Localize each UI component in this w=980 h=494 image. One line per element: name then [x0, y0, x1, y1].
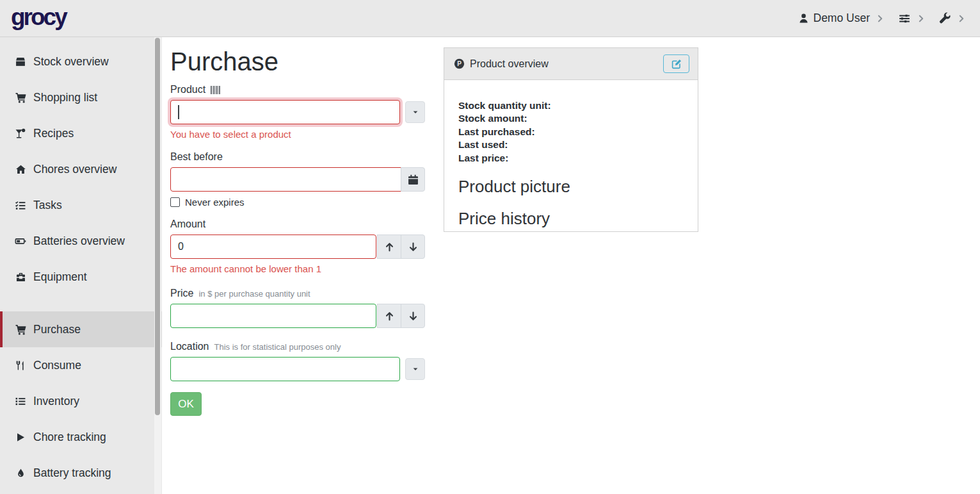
- price-label: Price: [170, 288, 193, 299]
- product-picture-heading: Product picture: [458, 177, 688, 197]
- sidebar-item-label: Consume: [33, 359, 81, 372]
- sidebar-item-label: Shopping list: [33, 91, 97, 104]
- sidebar-item-equipment[interactable]: Equipment: [0, 259, 162, 295]
- sidebar-item-label: Recipes: [33, 127, 74, 140]
- amount-decrement-button[interactable]: [401, 235, 425, 259]
- chevron-right-icon: [876, 14, 885, 23]
- list-icon: [14, 396, 27, 407]
- sidebar-item-battery-tracking[interactable]: Battery tracking: [0, 455, 162, 491]
- cart-icon: [14, 92, 27, 103]
- location-label: Location: [170, 341, 209, 352]
- stock-amount-label: Stock amount:: [458, 112, 688, 125]
- sidebar-item-label: Stock overview: [33, 55, 109, 69]
- best-before-label: Best before: [170, 151, 223, 163]
- stock-quantity-unit-label: Stock quantity unit:: [458, 99, 688, 112]
- caret-down-icon: [412, 108, 419, 116]
- sidebar-item-label: Tasks: [33, 199, 62, 212]
- edit-product-button[interactable]: [663, 54, 689, 73]
- arrow-down-icon: [408, 242, 419, 252]
- calendar-button[interactable]: [401, 167, 425, 192]
- wrench-icon: [939, 12, 951, 24]
- sidebar-item-label: Inventory: [33, 395, 79, 408]
- calendar-icon: [408, 174, 419, 185]
- product-dropdown-button[interactable]: [405, 101, 425, 123]
- price-input[interactable]: [170, 304, 376, 328]
- ok-button[interactable]: OK: [170, 392, 202, 416]
- product-input[interactable]: [170, 100, 400, 124]
- never-expires-checkbox[interactable]: [170, 197, 180, 207]
- top-bar: grocy Demo User: [0, 0, 980, 37]
- cart-icon: [14, 324, 27, 335]
- location-dropdown-button[interactable]: [405, 358, 425, 380]
- sidebar-item-purchase[interactable]: Purchase: [0, 311, 162, 347]
- product-error: You have to select a product: [170, 129, 425, 140]
- arrow-down-icon: [408, 311, 419, 322]
- amount-input[interactable]: [170, 235, 376, 259]
- chevron-right-icon: [917, 14, 926, 23]
- top-bar-menu: Demo User: [798, 12, 967, 25]
- sidebar-item-batteries-overview[interactable]: Batteries overview: [0, 223, 162, 259]
- arrow-up-icon: [384, 242, 395, 252]
- best-before-input[interactable]: [170, 167, 401, 192]
- tasks-icon: [14, 200, 27, 211]
- barcode-icon: [211, 86, 221, 94]
- sidebar-item-label: Batteries overview: [33, 235, 125, 248]
- user-name: Demo User: [814, 12, 871, 25]
- purchase-form: Product You have: [170, 84, 425, 416]
- droplet-icon: [14, 468, 27, 479]
- price-hint: in $ per purchase quantity unit: [198, 289, 310, 299]
- manage-menu[interactable]: [898, 13, 911, 24]
- amount-label: Amount: [170, 218, 205, 230]
- main-content: Purchase Product: [162, 37, 980, 494]
- cocktail-icon: [14, 128, 27, 139]
- amount-error: The amount cannot be lower than 1: [170, 263, 425, 274]
- card-title: Product overview: [470, 58, 549, 70]
- battery-icon: [14, 236, 27, 247]
- box-icon: [14, 56, 27, 67]
- admin-menu[interactable]: [939, 12, 951, 24]
- amount-increment-button[interactable]: [377, 235, 401, 259]
- product-circle-icon: P: [454, 58, 465, 69]
- sidebar-item-recipes[interactable]: Recipes: [0, 115, 162, 151]
- product-overview-card: P Product overview Stock quantity unit: …: [444, 47, 698, 232]
- sidebar-scrollbar-thumb[interactable]: [155, 38, 160, 415]
- location-input[interactable]: [170, 357, 400, 381]
- grocy-app: grocy Demo User: [0, 0, 980, 494]
- product-label: Product: [170, 84, 205, 95]
- sidebar-scrollbar[interactable]: [154, 37, 161, 494]
- svg-text:P: P: [457, 60, 462, 67]
- sidebar-item-label: Chore tracking: [33, 431, 106, 444]
- arrow-up-icon: [384, 311, 395, 322]
- sidebar-item-stock-overview[interactable]: Stock overview: [0, 44, 162, 79]
- user-menu[interactable]: Demo User: [798, 12, 871, 25]
- sidebar-item-chores-overview[interactable]: Chores overview: [0, 151, 162, 187]
- last-used-label: Last used:: [458, 138, 688, 151]
- user-icon: [798, 13, 809, 24]
- grocy-logo[interactable]: grocy: [11, 5, 66, 31]
- sidebar-item-tasks[interactable]: Tasks: [0, 187, 162, 223]
- sidebar-item-consume[interactable]: Consume: [0, 347, 162, 383]
- sidebar-item-label: Purchase: [33, 323, 81, 336]
- sidebar-item-label: Battery tracking: [33, 466, 111, 480]
- sidebar-item-shopping-list[interactable]: Shopping list: [0, 79, 162, 115]
- sidebar-item-label: Chores overview: [33, 163, 116, 176]
- price-increment-button[interactable]: [377, 304, 401, 328]
- price-history-heading: Price history: [458, 209, 688, 229]
- last-price-label: Last price:: [458, 152, 688, 165]
- price-decrement-button[interactable]: [401, 304, 425, 328]
- never-expires-label: Never expires: [185, 197, 245, 208]
- sidebar: Stock overview Shopping list Recipes Cho…: [0, 37, 162, 494]
- location-hint: This is for statistical purposes only: [214, 342, 341, 352]
- sidebar-item-chore-tracking[interactable]: Chore tracking: [0, 419, 162, 455]
- sliders-icon: [898, 13, 911, 24]
- last-purchased-label: Last purchased:: [458, 126, 688, 138]
- play-icon: [14, 432, 27, 443]
- product-overview-header: P Product overview: [444, 48, 698, 80]
- utensils-icon: [14, 360, 27, 371]
- edit-icon: [671, 59, 682, 69]
- home-icon: [14, 164, 27, 175]
- caret-down-icon: [412, 365, 419, 373]
- sidebar-item-label: Equipment: [33, 270, 87, 284]
- sidebar-item-inventory[interactable]: Inventory: [0, 383, 162, 419]
- chevron-right-icon: [957, 14, 966, 23]
